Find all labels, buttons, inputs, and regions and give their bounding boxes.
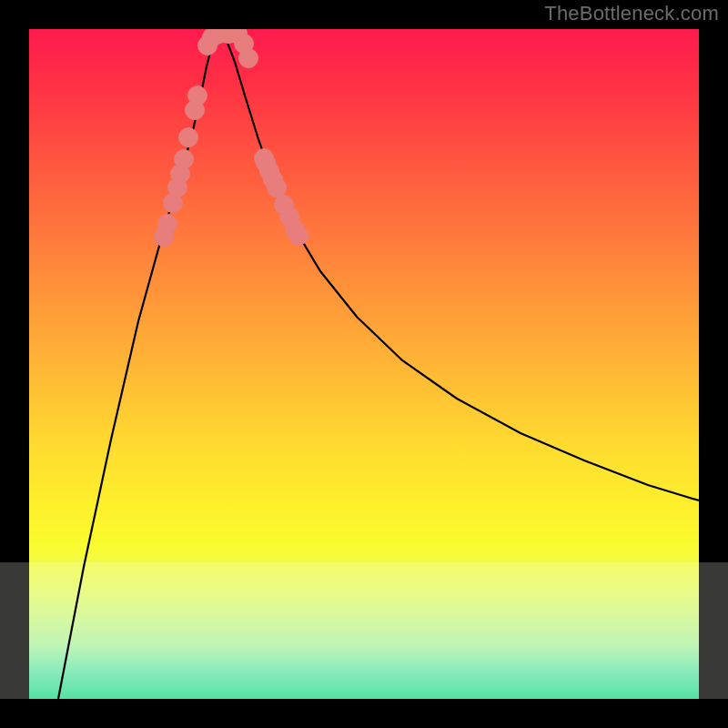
outer-frame: TheBottleneck.com — [0, 0, 728, 728]
watermark-text: TheBottleneck.com — [544, 2, 719, 25]
plot-area — [29, 29, 699, 699]
